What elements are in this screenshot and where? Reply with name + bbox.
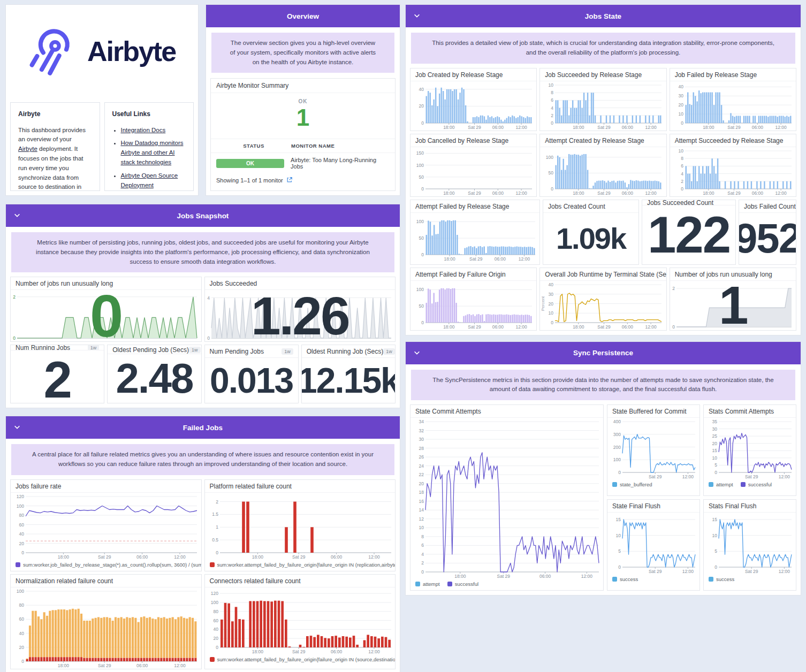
svg-text:20: 20 xyxy=(19,645,25,650)
chart-plot[interactable]: 024681018:00Sat 2906:0012:00 xyxy=(670,147,796,196)
airbyte-link[interactable]: Airbyte xyxy=(18,146,37,152)
overview-header: Overview xyxy=(206,5,400,27)
svg-text:22: 22 xyxy=(419,472,424,477)
chart-plot[interactable]: 020 xyxy=(11,290,201,341)
svg-text:12:00: 12:00 xyxy=(779,569,790,574)
jobs-snapshot-note: Metrics like number of persisting jobs, … xyxy=(11,232,394,272)
chart-legend: sum:worker.attempt_failed_by_failure_ori… xyxy=(205,560,396,571)
svg-text:20: 20 xyxy=(678,102,683,108)
status-column-header: STATUS xyxy=(216,143,291,149)
chart-plot[interactable]: 01020304018:00Sat 2906:0012:00 xyxy=(670,81,796,131)
legend-item[interactable]: successful xyxy=(447,581,478,587)
chart-title: State Final Flush xyxy=(607,500,699,513)
legend-swatch-icon xyxy=(210,562,215,567)
svg-text:25: 25 xyxy=(712,433,718,439)
svg-text:50: 50 xyxy=(419,303,424,309)
failed-jobs-header: Failed Jobs xyxy=(6,416,400,439)
chart-plot[interactable]: 01020304018:00Sat 2906:0012:00Percent xyxy=(540,281,666,330)
chart-canvas: 024681012141618202224262830323418:00Sat … xyxy=(410,418,603,579)
monitor-summary-widget[interactable]: Airbyte Monitor Summary OK 1 STATUS MONI… xyxy=(210,78,396,191)
chart-title: Job Failed by Release Stage xyxy=(670,68,796,81)
chart-plot[interactable]: 0100200300400Sat 2912:00 xyxy=(607,418,699,480)
sync-persistence-section: Sync Persistence The SyncPersistence met… xyxy=(405,341,801,596)
svg-text:12:00: 12:00 xyxy=(515,125,527,130)
branding-card: Airbyte Airbyte This dashboard provides … xyxy=(5,4,199,196)
chart-canvas: 05010015018:00Sat 2906:0012:00 xyxy=(410,147,536,196)
svg-text:0: 0 xyxy=(216,645,218,650)
svg-text:0: 0 xyxy=(551,186,554,192)
integration-docs-link[interactable]: Integration Docs xyxy=(121,127,166,133)
oldest-running-job-card[interactable]: Oldest Running Job (Secs)1w 12.15k xyxy=(301,345,396,403)
svg-text:10: 10 xyxy=(549,310,554,316)
legend-swatch-icon xyxy=(415,582,420,586)
open-in-new-icon[interactable] xyxy=(286,177,293,184)
legend-swatch-icon xyxy=(16,562,20,567)
svg-text:12:00: 12:00 xyxy=(581,574,593,579)
svg-text:4: 4 xyxy=(681,171,683,176)
legend-item[interactable]: state_buffered xyxy=(612,482,652,487)
jobs-succeeded-count-card[interactable]: Jobs Succeeded Count 122 xyxy=(642,200,736,265)
chart-legend: attemptsuccessful xyxy=(410,579,603,590)
chart-plot[interactable]: 024681012141618202224262830323418:00Sat … xyxy=(410,418,603,579)
chart-legend: state_buffered xyxy=(607,480,699,491)
legend-item[interactable]: sum:worker.attempt_failed_by_failure_ori… xyxy=(210,656,396,662)
chart-plot[interactable]: 041.26 xyxy=(205,290,396,341)
legend-item[interactable]: successful xyxy=(741,482,772,487)
num-pending-jobs-card[interactable]: Num Pending Jobs1w 0.013 xyxy=(204,345,299,403)
chart-plot[interactable]: 0204018:00Sat 2906:0012:00 xyxy=(410,81,536,131)
chart-title: Jobs failure rate xyxy=(11,480,201,493)
chevron-down-icon[interactable] xyxy=(413,12,421,21)
chart-plot[interactable]: 05010018:00Sat 2906:0012:00 xyxy=(410,213,539,262)
chevron-down-icon[interactable] xyxy=(13,423,21,432)
chart-plot[interactable]: 05010018:00Sat 2906:0012:00 xyxy=(540,147,666,196)
chart-plot[interactable]: 00.511.5218:00Sat 2906:0012:00 xyxy=(205,493,396,560)
chart-plot[interactable]: 051015Sat 2912:00 xyxy=(704,513,796,575)
timeframe-badge: 1w xyxy=(189,347,201,353)
chart-state-commit-attempts: State Commit Attempts 024681012141618202… xyxy=(410,404,604,591)
legend-item[interactable]: attempt xyxy=(709,482,733,487)
svg-text:06:00: 06:00 xyxy=(492,324,504,330)
failed-jobs-note: A central place for all failure related … xyxy=(11,444,394,475)
monitor-row[interactable]: OK Airbyte: Too Many Long-Running Jobs xyxy=(211,153,395,173)
about-title: Airbyte xyxy=(18,109,92,119)
status-badge: OK xyxy=(216,159,284,168)
chart-plot[interactable]: 05010015018:00Sat 2906:0012:00 xyxy=(410,147,536,196)
legend-item[interactable]: sum:worker.attempt_failed_by_failure_ori… xyxy=(210,562,396,568)
jobs-created-count-card[interactable]: Jobs Created Count 1.09k xyxy=(543,200,639,265)
chart-plot[interactable]: 02040608010012018:00Sat 2906:0012:00 xyxy=(11,493,201,560)
chart-plot[interactable]: 051015Sat 2912:00 xyxy=(607,513,699,575)
big-value: 12.15k xyxy=(302,358,395,403)
chart-plot[interactable]: 02040608010012018:00Sat 2906:0012:00 xyxy=(205,587,396,655)
chart-plot[interactable]: 05010018:00Sat 2906:0012:00 xyxy=(410,281,536,330)
chevron-down-icon[interactable] xyxy=(413,349,421,358)
svg-text:2: 2 xyxy=(672,286,675,291)
svg-text:0: 0 xyxy=(21,550,24,555)
chart-attempt-failed-origin: Attempt Failed by Failure Origin 0501001… xyxy=(410,268,537,331)
jobs-failed-count-card[interactable]: Jobs Failed Count 952 xyxy=(739,200,796,265)
chart-plot[interactable]: 05101520253035Sat 2912:00 xyxy=(704,418,796,480)
chevron-down-icon[interactable] xyxy=(13,211,21,220)
svg-text:12:00: 12:00 xyxy=(779,474,790,479)
legend-item[interactable]: success xyxy=(709,576,734,582)
svg-text:12:00: 12:00 xyxy=(682,474,694,479)
chart-plot[interactable]: 024681018:00Sat 2906:0012:00 xyxy=(540,81,666,131)
svg-text:12:00: 12:00 xyxy=(174,663,186,668)
datadog-monitors-link[interactable]: How Datadog monitors Airbyte and other A… xyxy=(121,140,184,165)
chart-canvas: 02 xyxy=(670,281,796,330)
svg-text:06:00: 06:00 xyxy=(495,256,506,262)
num-running-jobs-card[interactable]: Num Running Jobs1w 2 xyxy=(10,345,104,403)
svg-text:18:00: 18:00 xyxy=(454,574,466,579)
svg-text:18:00: 18:00 xyxy=(703,125,714,130)
svg-text:20: 20 xyxy=(419,481,424,486)
svg-text:Sat 29: Sat 29 xyxy=(598,324,611,330)
legend-item[interactable]: attempt xyxy=(415,581,440,587)
open-source-deployment-link[interactable]: Airbyte Open Source Deployment xyxy=(121,172,178,188)
legend-item[interactable]: success xyxy=(612,576,638,582)
chart-plot[interactable]: 02040608010018:00Sat 2906:0012:00 xyxy=(11,587,201,669)
oldest-pending-job-card[interactable]: Oldest Pending Job (Secs)1w 2.48 xyxy=(107,345,201,403)
svg-text:0: 0 xyxy=(207,335,210,341)
card-title: Jobs Succeeded Count xyxy=(647,200,713,205)
legend-item[interactable]: sum:worker.job_failed_by_release_stage(*… xyxy=(16,562,201,568)
chart-plot[interactable]: 021 xyxy=(670,281,796,330)
chart-unusually-long-jobs: Number of jobs run unusually long 020 xyxy=(10,277,202,342)
